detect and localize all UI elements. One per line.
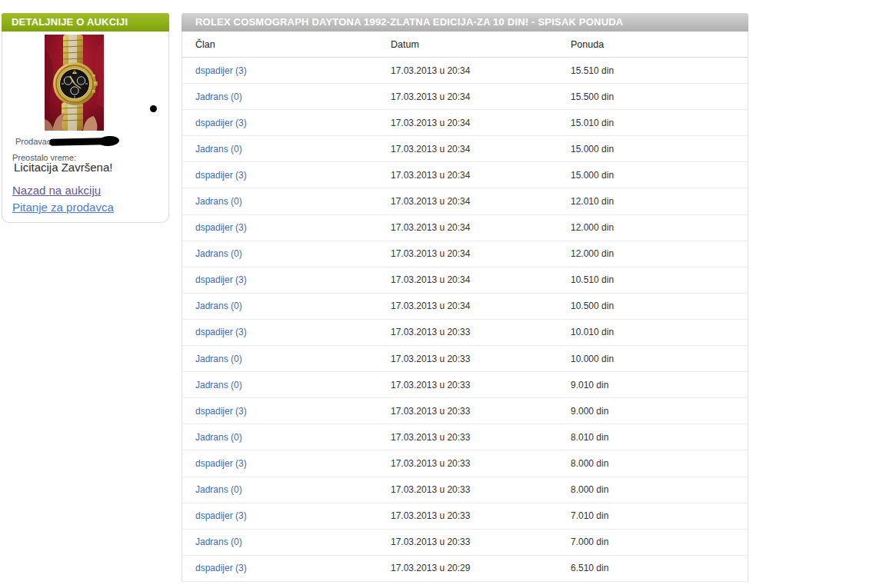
- watch-bracelet-top: [63, 35, 83, 67]
- bid-date: 17.03.2013 u 20:34: [391, 170, 571, 181]
- bid-amount: 8.000 din: [571, 484, 748, 495]
- auction-bids-page: { "sidebar": { "header": "DETALJNIJE O A…: [0, 0, 886, 588]
- bid-date: 17.03.2013 u 20:33: [391, 432, 571, 443]
- member-link[interactable]: dspadijer (3): [195, 510, 247, 521]
- member-link[interactable]: Jadrans (0): [195, 248, 242, 259]
- bid-row: dspadijer (3) 17.03.2013 u 20:33 10.010 …: [182, 320, 748, 346]
- bid-date: 17.03.2013 u 20:33: [391, 354, 571, 364]
- bid-row: Jadrans (0) 17.03.2013 u 20:34 12.000 di…: [182, 241, 748, 267]
- watch-bracelet-bottom: [62, 102, 83, 131]
- bid-row: Jadrans (0) 17.03.2013 u 20:33 8.010 din: [182, 424, 748, 450]
- column-header-member: Član: [182, 39, 391, 50]
- bid-row: dspadijer (3) 17.03.2013 u 20:29 6.510 d…: [182, 556, 748, 582]
- bid-row: dspadijer (3) 17.03.2013 u 20:34 15.510 …: [182, 58, 748, 84]
- bid-date: 17.03.2013 u 20:33: [391, 510, 571, 521]
- bid-amount: 9.010 din: [571, 380, 748, 390]
- member-link[interactable]: dspadijer (3): [195, 170, 247, 181]
- bid-row: Jadrans (0) 17.03.2013 u 20:34 15.500 di…: [182, 84, 748, 110]
- bid-row: dspadijer (3) 17.03.2013 u 20:33 9.000 d…: [182, 398, 748, 424]
- bid-date: 17.03.2013 u 20:33: [391, 458, 571, 469]
- bid-amount: 6.510 din: [571, 563, 748, 573]
- column-header-bid: Ponuda: [571, 39, 748, 50]
- bid-date: 17.03.2013 u 20:34: [391, 274, 571, 285]
- bid-table-header-row: Član Datum Ponuda: [182, 32, 748, 58]
- member-link[interactable]: dspadijer (3): [195, 563, 247, 573]
- member-link[interactable]: dspadijer (3): [195, 406, 247, 417]
- bid-amount: 12.000 din: [571, 248, 748, 259]
- bid-date: 17.03.2013 u 20:34: [391, 65, 571, 76]
- member-link[interactable]: Jadrans (0): [195, 484, 242, 495]
- member-link[interactable]: dspadijer (3): [195, 274, 247, 285]
- redaction-dot: [150, 105, 157, 112]
- bid-date: 17.03.2013 u 20:34: [391, 144, 571, 154]
- bid-amount: 12.000 din: [571, 222, 748, 233]
- bid-date: 17.03.2013 u 20:34: [391, 248, 571, 259]
- member-link[interactable]: Jadrans (0): [195, 196, 242, 207]
- bid-amount: 10.010 din: [571, 327, 748, 337]
- bid-row: dspadijer (3) 17.03.2013 u 20:34 15.010 …: [182, 110, 748, 136]
- bid-amount: 15.510 din: [571, 65, 748, 76]
- bid-date: 17.03.2013 u 20:33: [391, 484, 571, 495]
- bid-amount: 10.510 din: [571, 274, 748, 285]
- bid-amount: 10.000 din: [571, 354, 748, 364]
- bid-list-title-bar: ROLEX COSMOGRAPH DAYTONA 1992-ZLATNA EDI…: [182, 13, 748, 32]
- member-link[interactable]: Jadrans (0): [195, 537, 242, 547]
- seller-label: Prodavac:: [15, 137, 54, 146]
- bid-row: dspadijer (3) 17.03.2013 u 20:34 12.000 …: [182, 215, 748, 241]
- bid-date: 17.03.2013 u 20:34: [391, 301, 571, 311]
- bid-amount: 15.010 din: [571, 118, 748, 128]
- bid-row: dspadijer (3) 17.03.2013 u 20:33 8.000 d…: [182, 450, 748, 477]
- member-link[interactable]: Jadrans (0): [195, 380, 242, 390]
- bid-row: Jadrans (0) 17.03.2013 u 20:33 8.000 din: [182, 477, 748, 503]
- bid-date: 17.03.2013 u 20:33: [391, 380, 571, 390]
- auction-item-photo[interactable]: [45, 35, 104, 131]
- auction-finished-text: Licitacija Završena!: [14, 161, 112, 174]
- bid-row: Jadrans (0) 17.03.2013 u 20:34 12.010 di…: [182, 188, 748, 214]
- question-for-seller-link[interactable]: Pitanje za prodavca: [12, 201, 114, 214]
- bid-row: dspadijer (3) 17.03.2013 u 20:34 10.510 …: [182, 267, 748, 294]
- column-header-date: Datum: [391, 39, 571, 50]
- bid-table: Član Datum Ponuda dspadijer (3) 17.03.20…: [182, 32, 748, 582]
- bid-amount: 15.000 din: [571, 170, 748, 181]
- bid-amount: 15.500 din: [571, 91, 748, 102]
- bid-amount: 8.010 din: [571, 432, 748, 443]
- bid-row: dspadijer (3) 17.03.2013 u 20:33 7.010 d…: [182, 503, 748, 530]
- bid-date: 17.03.2013 u 20:33: [391, 537, 571, 547]
- bid-date: 17.03.2013 u 20:34: [391, 222, 571, 233]
- bid-row: Jadrans (0) 17.03.2013 u 20:33 7.000 din: [182, 530, 748, 556]
- bid-date: 17.03.2013 u 20:34: [391, 91, 571, 102]
- member-link[interactable]: dspadijer (3): [195, 327, 247, 337]
- bid-amount: 8.000 din: [571, 458, 748, 469]
- member-link[interactable]: dspadijer (3): [195, 458, 247, 469]
- bid-date: 17.03.2013 u 20:34: [391, 196, 571, 207]
- bid-row: Jadrans (0) 17.03.2013 u 20:33 10.000 di…: [182, 346, 748, 372]
- bid-date: 17.03.2013 u 20:34: [391, 118, 571, 128]
- back-to-auction-link[interactable]: Nazad na aukciju: [12, 184, 101, 197]
- bid-amount: 9.000 din: [571, 406, 748, 417]
- member-link[interactable]: Jadrans (0): [195, 354, 242, 364]
- member-link[interactable]: Jadrans (0): [195, 432, 242, 443]
- member-link[interactable]: Jadrans (0): [195, 301, 242, 311]
- bid-amount: 10.500 din: [571, 301, 748, 311]
- member-link[interactable]: dspadijer (3): [195, 65, 247, 76]
- bid-amount: 12.010 din: [571, 196, 748, 207]
- bid-table-body: dspadijer (3) 17.03.2013 u 20:34 15.510 …: [182, 58, 748, 582]
- bid-date: 17.03.2013 u 20:33: [391, 406, 571, 417]
- bid-row: Jadrans (0) 17.03.2013 u 20:33 9.010 din: [182, 372, 748, 398]
- bid-date: 17.03.2013 u 20:29: [391, 563, 571, 573]
- bid-amount: 7.010 din: [571, 510, 748, 521]
- bid-row: Jadrans (0) 17.03.2013 u 20:34 10.500 di…: [182, 294, 748, 320]
- sidebar-header: DETALJNIJE O AUKCIJI: [2, 13, 169, 32]
- member-link[interactable]: Jadrans (0): [195, 144, 242, 154]
- bid-amount: 7.000 din: [571, 537, 748, 547]
- bid-date: 17.03.2013 u 20:33: [391, 327, 571, 337]
- member-link[interactable]: dspadijer (3): [195, 118, 247, 128]
- member-link[interactable]: dspadijer (3): [195, 222, 247, 233]
- bid-row: Jadrans (0) 17.03.2013 u 20:34 15.000 di…: [182, 136, 748, 162]
- bid-amount: 15.000 din: [571, 144, 748, 154]
- member-link[interactable]: Jadrans (0): [195, 91, 242, 102]
- bid-row: dspadijer (3) 17.03.2013 u 20:34 15.000 …: [182, 162, 748, 188]
